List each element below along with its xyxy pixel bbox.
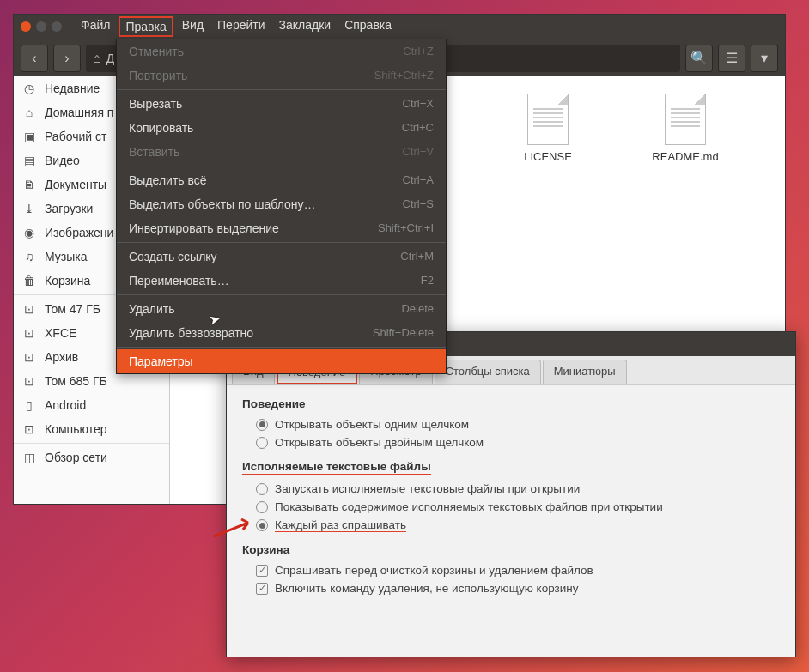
menu-item[interactable]: КопироватьCtrl+C: [117, 116, 446, 140]
menu-item-закладки[interactable]: Закладки: [274, 16, 337, 37]
file-name: LICENSE: [524, 150, 572, 163]
menu-shortcut: Ctrl+X: [403, 97, 434, 111]
menu-label: Вставить: [129, 145, 179, 159]
radio-icon: [256, 419, 268, 431]
menu-shortcut: Shift+Delete: [373, 326, 434, 340]
annotation-arrow-icon: [212, 516, 259, 543]
menu-label: Повторить: [129, 69, 187, 82]
edit-menu-dropdown: ОтменитьCtrl+ZПовторитьShift+Ctrl+ZВырез…: [116, 39, 447, 374]
menu-item-вид[interactable]: Вид: [177, 16, 209, 37]
forward-button[interactable]: ›: [53, 45, 81, 72]
file-item[interactable]: LICENSE: [505, 94, 591, 163]
menu-shortcut: Ctrl+M: [400, 250, 434, 263]
sidebar-icon: ⊡: [22, 422, 36, 436]
menu-item[interactable]: Переименовать…F2: [117, 269, 446, 293]
menu-item-справка[interactable]: Справка: [339, 16, 397, 37]
radio-exec-ask[interactable]: Каждый раз спрашивать: [242, 516, 780, 535]
tab-4[interactable]: Миниатюры: [543, 360, 627, 384]
file-item[interactable]: README.md: [642, 94, 728, 163]
menu-shortcut: Ctrl+S: [403, 197, 434, 211]
minimize-icon[interactable]: [36, 21, 46, 32]
menu-item[interactable]: ВырезатьCtrl+X: [117, 92, 446, 116]
menu-item[interactable]: Параметры: [117, 349, 446, 373]
document-icon: [527, 94, 569, 145]
check-trash-confirm[interactable]: ✓ Спрашивать перед очисткой корзины и уд…: [242, 561, 780, 579]
list-view-button[interactable]: ☰: [718, 45, 745, 72]
sidebar-label: Видео: [45, 154, 80, 167]
sidebar-icon: ⌂: [22, 106, 36, 119]
sidebar-label: Том 47 ГБ: [45, 302, 100, 316]
menu-label: Удалить: [129, 302, 174, 316]
section-executable: Исполняемые текстовые файлы: [242, 460, 431, 475]
view-options-button[interactable]: ▾: [751, 45, 778, 72]
menu-label: Отменить: [129, 45, 184, 58]
maximize-icon[interactable]: [52, 21, 62, 32]
sidebar-icon: ▤: [22, 154, 36, 167]
document-icon: [665, 94, 706, 145]
menu-item[interactable]: УдалитьDelete: [117, 297, 446, 321]
menubar: ФайлПравкаВидПерейтиЗакладкиСправка: [76, 16, 397, 37]
file-name: README.md: [652, 150, 718, 163]
menu-item: ПовторитьShift+Ctrl+Z: [117, 64, 446, 88]
prefs-body: Поведение Открывать объекты одним щелчко…: [227, 385, 795, 609]
menu-item[interactable]: Выделить всёCtrl+A: [117, 168, 446, 192]
section-trash: Корзина: [242, 543, 780, 556]
menu-shortcut: Ctrl+A: [403, 173, 434, 187]
menu-item-перейти[interactable]: Перейти: [212, 16, 270, 37]
menu-label: Параметры: [129, 354, 193, 368]
menu-shortcut: Delete: [401, 302, 434, 316]
sidebar-icon: ⊡: [22, 350, 36, 364]
radio-exec-show[interactable]: Показывать содержимое исполняемых тексто…: [242, 498, 780, 516]
menu-label: Выделить всё: [129, 173, 207, 187]
sidebar-label: Том 685 ГБ: [45, 374, 107, 388]
sidebar-label: Обзор сети: [45, 451, 107, 464]
sidebar-icon: ▯: [22, 398, 36, 412]
menu-item[interactable]: Удалить безвозвратноShift+Delete: [117, 321, 446, 345]
menu-shortcut: Ctrl+V: [403, 145, 434, 159]
sidebar-icon: ◷: [22, 82, 36, 95]
sidebar-icon: ♫: [22, 250, 36, 263]
radio-single-click[interactable]: Открывать объекты одним щелчком: [242, 415, 780, 433]
home-icon: ⌂: [93, 51, 101, 66]
sidebar-label: Изображени: [45, 226, 113, 239]
sidebar-item[interactable]: ◫Обзор сети: [14, 445, 169, 469]
preferences-window: Параметры приложения ВидПоведениеПросмот…: [226, 331, 796, 657]
menu-item: ОтменитьCtrl+Z: [117, 39, 446, 64]
sidebar-label: Музыка: [45, 250, 88, 263]
sidebar-icon: ▣: [22, 130, 36, 143]
back-button[interactable]: ‹: [21, 45, 48, 72]
sidebar-item[interactable]: ⊡Компьютер: [14, 417, 169, 441]
sidebar-item[interactable]: ▯Android: [14, 393, 169, 417]
close-icon[interactable]: [21, 21, 31, 32]
radio-icon: [256, 437, 268, 449]
tab-3[interactable]: Столбцы списка: [435, 360, 541, 384]
menu-item[interactable]: Выделить объекты по шаблону…Ctrl+S: [117, 192, 446, 216]
menu-item-файл[interactable]: Файл: [76, 16, 115, 37]
sidebar-label: Корзина: [45, 274, 90, 288]
radio-icon: [256, 501, 268, 513]
menu-label: Выделить объекты по шаблону…: [129, 197, 316, 211]
menu-item[interactable]: Создать ссылкуCtrl+M: [117, 245, 446, 269]
menu-item: ВставитьCtrl+V: [117, 140, 446, 164]
sidebar-label: Домашняя п: [45, 106, 113, 119]
menu-item[interactable]: Инвертировать выделениеShift+Ctrl+I: [117, 216, 446, 240]
check-trash-bypass[interactable]: ✓ Включить команду удаления, не использу…: [242, 579, 780, 597]
menu-label: Вырезать: [129, 97, 182, 111]
location-text: Д: [106, 51, 114, 65]
menu-label: Удалить безвозвратно: [129, 326, 253, 340]
sidebar-icon: ◉: [22, 226, 36, 239]
menu-label: Копировать: [129, 121, 193, 135]
menu-label: Создать ссылку: [129, 250, 217, 263]
sidebar-label: XFCE: [45, 326, 76, 340]
search-button[interactable]: 🔍: [685, 45, 713, 72]
menu-shortcut: Shift+Ctrl+Z: [374, 69, 434, 82]
menu-label: Инвертировать выделение: [129, 221, 279, 235]
sidebar-label: Загрузки: [45, 202, 93, 215]
menu-shortcut: Shift+Ctrl+I: [378, 221, 434, 235]
section-behavior: Поведение: [242, 397, 780, 410]
radio-double-click[interactable]: Открывать объекты двойным щелчком: [242, 433, 780, 451]
sidebar-label: Архив: [45, 350, 78, 364]
sidebar-icon: ⤓: [22, 202, 36, 215]
radio-exec-run[interactable]: Запускать исполняемые текстовые файлы пр…: [242, 480, 780, 498]
menu-item-правка[interactable]: Правка: [119, 16, 173, 37]
